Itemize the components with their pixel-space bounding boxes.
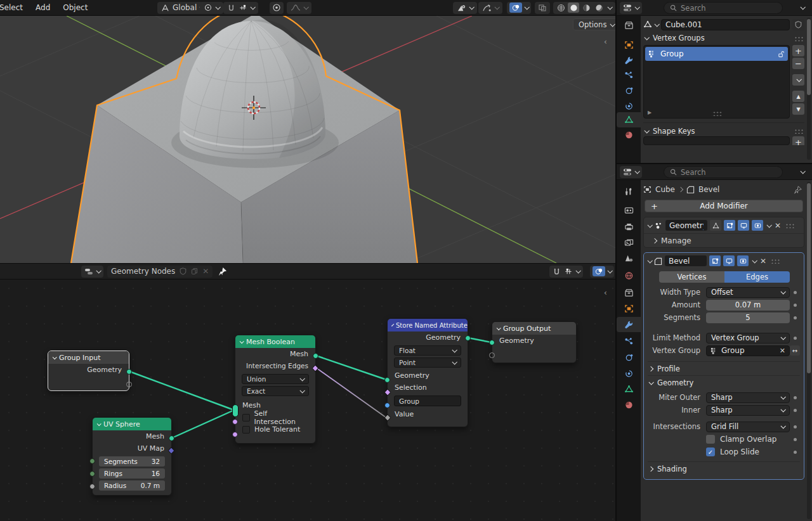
tab-physics[interactable]	[617, 83, 641, 98]
node-snap-group[interactable]	[549, 266, 583, 278]
decorator-dot[interactable]	[794, 409, 797, 412]
breadcrumb-modifier[interactable]: Bevel	[698, 185, 719, 194]
shading-material-button[interactable]	[580, 3, 592, 13]
socket-name-in[interactable]	[384, 402, 390, 408]
tab-physics[interactable]	[617, 350, 641, 365]
chevron-down-icon[interactable]	[654, 22, 659, 27]
socket-geometry-out[interactable]	[465, 335, 471, 341]
modifier-name-field[interactable]: Geometry...	[665, 220, 707, 231]
breadcrumb-object[interactable]: Cube	[655, 185, 675, 194]
socket-geometry-in[interactable]	[384, 377, 390, 383]
modifier-name-field[interactable]: Bevel	[665, 255, 707, 266]
radius-field[interactable]: Radius0.7 m	[99, 480, 165, 491]
search-input[interactable]: Search	[664, 166, 783, 178]
tab-material[interactable]	[617, 397, 641, 413]
shading-solid-button[interactable]	[568, 3, 579, 13]
socket-mesh-out[interactable]	[313, 353, 318, 359]
menu-select[interactable]: Select	[0, 3, 29, 12]
drag-grip-icon[interactable]	[794, 35, 803, 41]
socket-mesh-in[interactable]	[232, 404, 239, 417]
search-input[interactable]: Search	[664, 2, 783, 14]
add-modifier-button[interactable]: + Add Modifier	[645, 200, 803, 212]
decorator-dot[interactable]	[794, 396, 797, 399]
manage-subpanel-header[interactable]: Manage	[644, 233, 804, 247]
segments-field[interactable]: 5	[706, 312, 790, 323]
drag-grip-icon[interactable]	[794, 128, 803, 134]
node-store-named-attribute[interactable]: Store Named Attribute Geometry Float Poi…	[387, 318, 468, 427]
drag-grip-icon[interactable]	[785, 222, 794, 228]
chevron-down-icon[interactable]	[800, 169, 805, 174]
tab-modifiers[interactable]	[617, 317, 641, 332]
scrollbar[interactable]	[807, 18, 811, 160]
segments-field[interactable]: Segments32	[99, 456, 165, 466]
move-down-button[interactable]: ▼	[792, 103, 804, 115]
tab-tool[interactable]	[617, 184, 641, 199]
socket-mesh-out[interactable]	[169, 435, 174, 441]
invert-vertex-group-button[interactable]: ↔	[790, 345, 800, 356]
geometry-section-header[interactable]: Geometry	[648, 375, 800, 389]
expand-icon[interactable]	[647, 222, 652, 228]
overlays-group[interactable]	[507, 2, 531, 14]
tab-collection[interactable]	[617, 285, 641, 300]
toggle-edit-mode[interactable]	[709, 255, 721, 266]
decorator-dot[interactable]	[794, 304, 797, 307]
intersections-dropdown[interactable]: Grid Fill	[706, 421, 790, 432]
vertex-group-list[interactable]: Group ▶	[643, 45, 790, 119]
tab-render[interactable]	[617, 203, 641, 218]
xray-toggle[interactable]	[535, 2, 550, 14]
width-type-dropdown[interactable]: Offset	[706, 287, 790, 298]
hole-tolerant-checkbox[interactable]	[242, 426, 250, 434]
pin-icon[interactable]	[218, 267, 227, 276]
boolean-solver-dropdown[interactable]: Exact	[242, 386, 309, 396]
object-visibility-dropdown[interactable]	[453, 2, 477, 14]
data-type-dropdown[interactable]: Float	[394, 345, 461, 356]
editor-type-selector[interactable]	[620, 166, 642, 178]
resize-grip-icon[interactable]	[712, 110, 721, 116]
unlink-icon[interactable]: ✕	[202, 267, 209, 276]
loop-slide-checkbox[interactable]: ✓	[706, 447, 715, 456]
shading-rendered-button[interactable]	[593, 3, 605, 13]
tab-object-data[interactable]	[617, 112, 641, 127]
modifier-extras-icon[interactable]	[766, 222, 771, 228]
tab-modifiers[interactable]	[617, 53, 641, 68]
drag-grip-icon[interactable]	[770, 258, 780, 264]
decorator-dot[interactable]	[794, 438, 797, 441]
proportional-editing-toggle[interactable]	[270, 2, 284, 14]
tab-scene[interactable]	[617, 251, 641, 266]
socket-rings-in[interactable]	[89, 471, 95, 477]
socket-hole-tolerant-in[interactable]	[232, 432, 238, 437]
menu-add[interactable]: Add	[29, 3, 56, 12]
tab-world[interactable]	[617, 268, 641, 283]
decorator-dot[interactable]	[794, 425, 797, 428]
move-up-button[interactable]: ▲	[792, 91, 804, 102]
tab-material[interactable]	[617, 127, 641, 143]
proportional-falloff-dropdown[interactable]	[287, 2, 311, 14]
sidebar-collapse-arrow[interactable]: ‹	[604, 288, 607, 297]
viewport-3d[interactable]: Options ‹	[0, 16, 615, 263]
collapse-icon[interactable]	[53, 355, 57, 359]
gizmos-dropdown[interactable]	[478, 2, 502, 14]
collapse-icon[interactable]	[497, 326, 501, 330]
shape-keys-list[interactable]	[643, 136, 790, 145]
collapse-icon[interactable]	[240, 339, 244, 344]
overlays-toggle[interactable]	[509, 3, 522, 13]
socket-self-intersection-in[interactable]	[232, 419, 238, 425]
mesh-data-icon[interactable]	[643, 20, 652, 29]
pivot-point-dropdown[interactable]	[200, 2, 223, 14]
shading-wireframe-button[interactable]	[555, 3, 566, 13]
fake-user-shield-button[interactable]	[792, 19, 804, 30]
rings-field[interactable]: Rings16	[99, 468, 165, 479]
fake-user-shield-icon[interactable]	[180, 267, 187, 275]
amount-field[interactable]: 0.07 m	[706, 300, 790, 311]
toggle-realtime[interactable]	[723, 255, 735, 266]
profile-section-header[interactable]: Profile	[648, 361, 800, 375]
self-intersection-checkbox[interactable]	[242, 414, 250, 421]
modifier-header[interactable]: Bevel ✕	[644, 253, 804, 269]
collapse-icon[interactable]	[97, 421, 102, 426]
overlays-toggle[interactable]	[593, 266, 605, 276]
pin-icon[interactable]	[794, 186, 802, 194]
attribute-name-field[interactable]: Group	[394, 396, 461, 406]
close-icon[interactable]: ✕	[775, 221, 781, 230]
add-shape-key-button[interactable]: +	[792, 136, 804, 145]
socket-geometry-out[interactable]	[126, 369, 132, 375]
